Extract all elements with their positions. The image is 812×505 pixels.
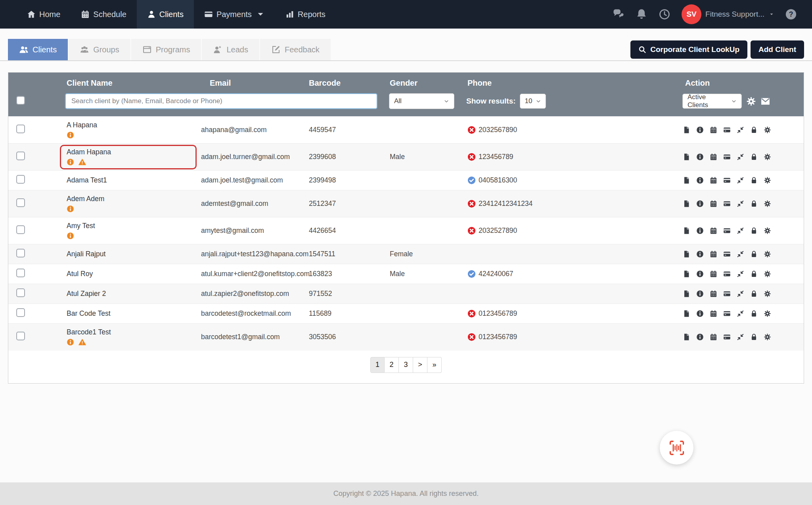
chat-icon[interactable] xyxy=(613,8,624,20)
client-name[interactable]: Adama Test1 xyxy=(67,176,195,184)
gear-icon[interactable] xyxy=(746,96,756,106)
payment-action-icon[interactable] xyxy=(723,200,731,207)
nav-item-schedule[interactable]: Schedule xyxy=(71,0,136,29)
calendar-action-icon[interactable] xyxy=(710,126,717,134)
info-action-icon[interactable] xyxy=(696,177,704,184)
help-icon[interactable]: ? xyxy=(785,8,797,20)
tab-groups[interactable]: Groups xyxy=(69,39,130,60)
merge-action-icon[interactable] xyxy=(737,250,744,258)
row-checkbox[interactable] xyxy=(16,198,25,207)
tab-leads[interactable]: Leads xyxy=(202,39,259,60)
client-name[interactable]: Atul Roy xyxy=(67,270,195,278)
settings-action-icon[interactable] xyxy=(764,153,771,161)
merge-action-icon[interactable] xyxy=(737,200,744,207)
tab-feedback[interactable]: Feedback xyxy=(260,39,331,60)
lock-action-icon[interactable] xyxy=(750,126,758,134)
payment-action-icon[interactable] xyxy=(723,333,731,341)
bell-icon[interactable] xyxy=(636,8,647,20)
client-name[interactable]: Anjali Rajput xyxy=(67,250,195,258)
info-action-icon[interactable] xyxy=(696,153,704,161)
corporate-client-lookup-button[interactable]: Corporate Client LookUp xyxy=(630,40,747,59)
notes-action-icon[interactable] xyxy=(683,310,690,317)
client-name[interactable]: Bar Code Test xyxy=(67,309,195,318)
settings-action-icon[interactable] xyxy=(764,310,771,317)
client-info-icon[interactable] xyxy=(67,338,74,346)
nav-item-home[interactable]: Home xyxy=(17,0,71,29)
info-action-icon[interactable] xyxy=(696,310,704,317)
info-action-icon[interactable] xyxy=(696,126,704,134)
payment-action-icon[interactable] xyxy=(723,250,731,258)
client-name[interactable]: Adem Adem xyxy=(67,195,195,203)
settings-action-icon[interactable] xyxy=(764,227,771,234)
notes-action-icon[interactable] xyxy=(683,227,690,234)
lock-action-icon[interactable] xyxy=(750,270,758,278)
info-action-icon[interactable] xyxy=(696,200,704,207)
pagination-page-3[interactable]: 3 xyxy=(399,357,413,373)
settings-action-icon[interactable] xyxy=(764,177,771,184)
notes-action-icon[interactable] xyxy=(683,290,690,298)
payment-action-icon[interactable] xyxy=(723,153,731,161)
client-info-icon[interactable] xyxy=(67,205,74,213)
notes-action-icon[interactable] xyxy=(683,177,690,184)
info-action-icon[interactable] xyxy=(696,333,704,341)
tab-programs[interactable]: Programs xyxy=(131,39,201,60)
lock-action-icon[interactable] xyxy=(750,177,758,184)
row-checkbox[interactable] xyxy=(16,225,25,234)
calendar-action-icon[interactable] xyxy=(710,227,717,234)
client-name[interactable]: Barcode1 Test xyxy=(67,328,195,336)
add-client-button[interactable]: Add Client xyxy=(751,40,804,59)
gender-filter-select[interactable]: All xyxy=(389,93,454,109)
calendar-action-icon[interactable] xyxy=(710,290,717,298)
row-checkbox[interactable] xyxy=(16,308,25,317)
client-name[interactable]: Atul Zapier 2 xyxy=(67,290,195,298)
payment-action-icon[interactable] xyxy=(723,290,731,298)
lock-action-icon[interactable] xyxy=(750,153,758,161)
client-name[interactable]: Amy Test xyxy=(67,222,195,230)
lock-action-icon[interactable] xyxy=(750,290,758,298)
pagination-next[interactable]: > xyxy=(413,357,427,373)
client-info-icon[interactable] xyxy=(67,131,74,139)
merge-action-icon[interactable] xyxy=(737,126,744,134)
row-checkbox[interactable] xyxy=(16,249,25,257)
client-name[interactable]: Adam Hapana xyxy=(67,148,195,156)
envelope-icon[interactable] xyxy=(760,96,770,106)
row-checkbox[interactable] xyxy=(16,288,25,297)
info-action-icon[interactable] xyxy=(696,270,704,278)
payment-action-icon[interactable] xyxy=(723,126,731,134)
pagination-page-2[interactable]: 2 xyxy=(385,357,399,373)
calendar-action-icon[interactable] xyxy=(710,200,717,207)
results-per-page-select[interactable]: 10 xyxy=(520,94,546,109)
info-action-icon[interactable] xyxy=(696,250,704,258)
avatar[interactable]: SV xyxy=(682,4,701,24)
merge-action-icon[interactable] xyxy=(737,333,744,341)
barcode-scan-button[interactable] xyxy=(660,431,693,465)
merge-action-icon[interactable] xyxy=(737,177,744,184)
row-checkbox[interactable] xyxy=(16,152,25,160)
settings-action-icon[interactable] xyxy=(764,290,771,298)
merge-action-icon[interactable] xyxy=(737,153,744,161)
merge-action-icon[interactable] xyxy=(737,290,744,298)
lock-action-icon[interactable] xyxy=(750,200,758,207)
select-all-checkbox[interactable] xyxy=(16,96,25,105)
client-info-icon[interactable] xyxy=(67,232,74,240)
payment-action-icon[interactable] xyxy=(723,310,731,317)
calendar-action-icon[interactable] xyxy=(710,270,717,278)
client-info-icon[interactable] xyxy=(67,158,74,166)
lock-action-icon[interactable] xyxy=(750,227,758,234)
account-menu[interactable]: SV Fitness Support... xyxy=(682,4,774,24)
lock-action-icon[interactable] xyxy=(750,333,758,341)
client-warning-icon[interactable] xyxy=(79,158,86,166)
row-checkbox[interactable] xyxy=(16,332,25,340)
settings-action-icon[interactable] xyxy=(764,200,771,207)
row-checkbox[interactable] xyxy=(16,175,25,184)
pagination-last[interactable]: » xyxy=(427,357,442,373)
notes-action-icon[interactable] xyxy=(683,250,690,258)
merge-action-icon[interactable] xyxy=(737,310,744,317)
payment-action-icon[interactable] xyxy=(723,270,731,278)
calendar-action-icon[interactable] xyxy=(710,310,717,317)
payment-action-icon[interactable] xyxy=(723,177,731,184)
nav-item-clients[interactable]: Clients xyxy=(137,0,194,29)
row-checkbox[interactable] xyxy=(16,269,25,277)
info-action-icon[interactable] xyxy=(696,227,704,234)
tab-clients[interactable]: Clients xyxy=(8,39,68,60)
